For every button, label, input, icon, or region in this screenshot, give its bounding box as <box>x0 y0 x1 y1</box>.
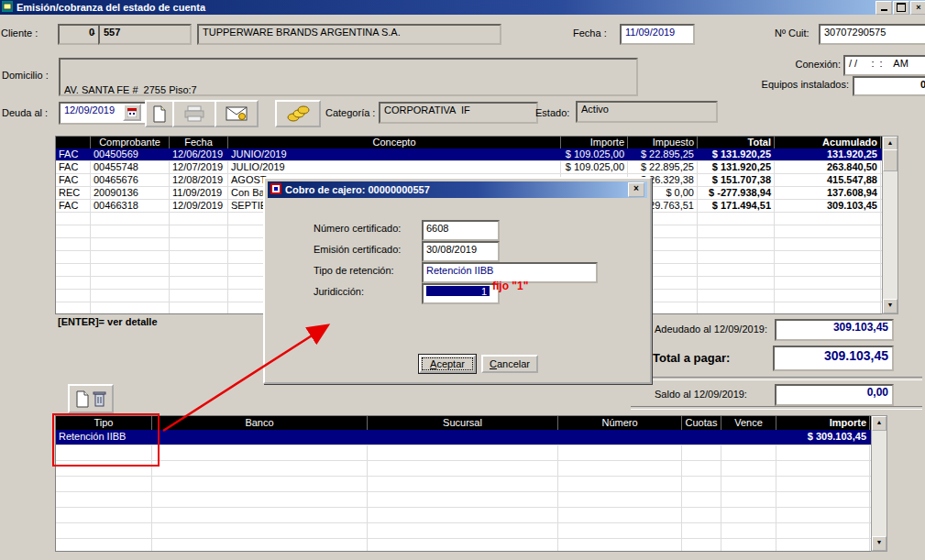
calendar-icon[interactable] <box>123 104 141 121</box>
table-cell: Sucursal <box>368 416 558 430</box>
payment-row[interactable]: Retención IIBB$ 309.103,45 <box>56 430 872 445</box>
mail-button[interactable] <box>215 100 259 127</box>
scroll-up-icon[interactable]: ▲ <box>872 416 886 431</box>
table-cell: FAC <box>56 200 91 212</box>
table-cell <box>775 251 881 263</box>
payments-scrollbar[interactable]: ▲ ▼ <box>871 415 887 552</box>
empty-row[interactable] <box>56 508 872 523</box>
table-cell: Retención IIBB <box>56 430 152 445</box>
table-cell <box>56 238 91 250</box>
table-cell: $ 171.494,51 <box>698 200 775 212</box>
emision-certificado-input[interactable]: 30/08/2019 <box>422 241 500 262</box>
estado-field: Activo <box>576 101 718 123</box>
maximize-button[interactable] <box>893 1 909 15</box>
table-cell <box>56 508 152 522</box>
coins-icon <box>286 105 310 122</box>
empty-row[interactable] <box>56 523 872 539</box>
equipos-label: Equipos instalados: <box>762 79 849 90</box>
scroll-down-icon[interactable]: ▼ <box>883 299 897 313</box>
adeudado-label: Adeudado al 12/09/2019: <box>655 324 767 335</box>
table-cell <box>152 539 368 552</box>
table-cell <box>170 225 228 237</box>
equipos-field[interactable]: 0 <box>853 76 925 96</box>
fecha-field[interactable]: 11/09/2019 <box>620 24 695 45</box>
empty-row[interactable] <box>56 477 872 492</box>
numero-certificado-input[interactable]: 6608 <box>422 220 500 241</box>
table-header-row: ComprobanteFechaConceptoImporteImpuestoT… <box>56 137 883 148</box>
dialog-close-button[interactable]: × <box>628 182 644 197</box>
table-cell: Cuotas <box>682 416 721 430</box>
table-cell <box>91 277 170 289</box>
table-cell: $ 131.920,25 <box>698 161 775 173</box>
empty-row[interactable] <box>56 492 872 508</box>
table-cell: $ 151.707,38 <box>698 174 775 186</box>
table-cell: Acumulado <box>775 137 881 148</box>
table-cell <box>698 225 775 237</box>
conexion-field[interactable]: / / : : AM <box>843 55 925 76</box>
table-cell: 12/06/2019 <box>170 148 228 160</box>
table-cell <box>170 238 228 250</box>
cliente-separator: - <box>92 27 95 38</box>
envelope-icon <box>226 106 248 121</box>
table-cell: Tipo <box>56 416 152 430</box>
empty-row[interactable] <box>56 461 872 477</box>
table-cell <box>152 508 368 522</box>
dialog-title-bar: Cobro de cajero: 00000000557 × <box>268 181 647 198</box>
print-button[interactable] <box>172 100 216 127</box>
cancelar-button[interactable]: Cancelar <box>481 355 538 373</box>
cliente-code-field[interactable]: 557 <box>98 24 192 45</box>
table-cell: 00450569 <box>91 148 170 160</box>
invoice-row[interactable]: FAC0045574812/07/2019JULIO/2019$ 109.025… <box>56 161 883 174</box>
table-cell <box>682 523 721 538</box>
table-cell: 00455748 <box>91 161 170 173</box>
table-cell <box>152 492 368 507</box>
table-cell: Comprobante <box>91 137 170 148</box>
new-payment-icon[interactable] <box>76 390 89 408</box>
table-cell: 00466318 <box>91 200 170 212</box>
payment-button[interactable] <box>275 100 321 127</box>
saldo-field: 0,00 <box>775 384 894 406</box>
table-cell <box>698 264 775 276</box>
invoices-scrollbar[interactable]: ▲ ▼ <box>882 136 898 314</box>
table-cell: $ 109.025,00 <box>561 148 628 160</box>
cliente-label: Cliente : <box>1 27 38 38</box>
detail-document-button[interactable] <box>145 100 174 127</box>
cuit-field[interactable]: 30707290575 <box>819 24 925 45</box>
delete-payment-icon[interactable] <box>93 390 106 408</box>
empty-row[interactable] <box>56 445 872 461</box>
close-button[interactable]: × <box>910 1 925 15</box>
table-cell <box>56 137 91 148</box>
table-cell <box>91 238 170 250</box>
table-cell <box>775 264 881 276</box>
payment-actions <box>68 384 114 413</box>
table-cell <box>56 302 91 314</box>
minimize-button[interactable] <box>875 1 892 15</box>
table-cell <box>721 430 776 445</box>
invoice-row[interactable]: FAC0045056912/06/2019JUNIO/2019$ 109.025… <box>56 148 883 161</box>
table-cell <box>558 539 682 552</box>
table-cell: Total <box>698 137 775 148</box>
scroll-thumb[interactable] <box>883 149 897 171</box>
table-cell <box>56 461 152 476</box>
table-cell <box>775 238 881 250</box>
scroll-down-icon[interactable]: ▼ <box>872 536 886 551</box>
table-cell <box>682 539 721 552</box>
table-cell: $ 309.103,45 <box>776 430 870 445</box>
table-cell: JUNIO/2019 <box>228 148 561 160</box>
empty-row[interactable] <box>56 539 872 552</box>
table-cell <box>170 251 228 263</box>
deuda-label: Deuda al : <box>2 107 48 118</box>
table-cell <box>56 290 91 302</box>
table-cell <box>682 461 721 476</box>
jurisdiccion-input[interactable]: 1 <box>422 283 500 304</box>
table-cell <box>721 539 776 552</box>
table-cell <box>170 213 228 225</box>
table-cell <box>368 477 558 491</box>
dialog-icon <box>270 183 281 196</box>
total-a-pagar-field: 309.103,45 <box>773 346 894 371</box>
table-cell <box>56 225 91 237</box>
aceptar-button[interactable]: Aceptar <box>419 355 476 373</box>
table-cell <box>775 225 881 237</box>
table-cell <box>558 461 682 476</box>
app-window: Emisión/cobranza del estado de cuenta × … <box>0 0 925 560</box>
